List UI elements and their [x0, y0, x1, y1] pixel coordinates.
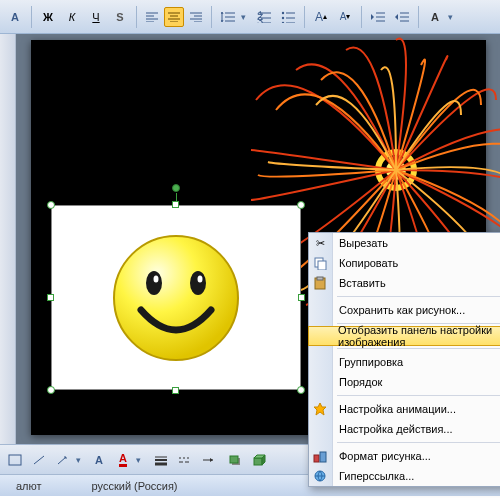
resize-handle-tl[interactable]	[47, 201, 55, 209]
status-language: русский (Россия)	[82, 480, 188, 492]
menu-label: Группировка	[339, 356, 403, 368]
svg-point-35	[114, 236, 238, 360]
animation-icon	[312, 401, 328, 417]
svg-rect-47	[9, 455, 21, 465]
menu-save-as-picture[interactable]: Сохранить как рисунок...	[309, 300, 500, 320]
menu-label: Отобразить панель настройки изображения	[338, 324, 500, 348]
menu-label: Настройка анимации...	[339, 403, 456, 415]
menu-animation-settings[interactable]: Настройка анимации...	[309, 399, 500, 419]
smiley-image	[106, 228, 246, 368]
shadow-style-button[interactable]	[224, 449, 246, 471]
menu-label: Настройка действия...	[339, 423, 453, 435]
dash-style-button[interactable]	[174, 449, 196, 471]
svg-point-36	[146, 271, 162, 295]
svg-rect-58	[254, 458, 262, 465]
line-button[interactable]	[28, 449, 50, 471]
menu-separator	[337, 296, 500, 297]
svg-point-34	[378, 152, 414, 188]
workspace: ✂ Вырезать Копировать Вставить Сохранить…	[0, 34, 500, 444]
resize-handle-br[interactable]	[297, 386, 305, 394]
svg-point-39	[197, 275, 202, 282]
svg-point-25	[282, 21, 284, 22]
line-spacing-button[interactable]	[217, 6, 239, 28]
svg-point-33	[386, 160, 406, 180]
svg-rect-44	[314, 455, 319, 462]
dropdown-icon[interactable]: ▾	[76, 455, 86, 465]
menu-action-settings[interactable]: Настройка действия...	[309, 419, 500, 439]
font-color-button[interactable]: A	[424, 6, 446, 28]
status-slide-title: алют	[6, 480, 52, 492]
svg-point-38	[153, 275, 158, 282]
dropdown-icon[interactable]: ▾	[241, 12, 251, 22]
separator	[211, 6, 212, 28]
decrease-indent-button[interactable]	[367, 6, 389, 28]
separator	[418, 6, 419, 28]
hyperlink-icon	[312, 468, 328, 484]
autoshapes-button[interactable]	[4, 449, 26, 471]
align-left-button[interactable]	[142, 7, 162, 27]
dropdown-icon[interactable]: ▾	[136, 455, 146, 465]
context-menu: ✂ Вырезать Копировать Вставить Сохранить…	[308, 232, 500, 487]
formatting-toolbar[interactable]: A Ж К Ч S ▾ 123 A▴ A▾ A ▾	[0, 0, 500, 34]
underline-button[interactable]: Ч	[85, 6, 107, 28]
selected-picture[interactable]	[51, 205, 301, 390]
menu-show-picture-toolbar[interactable]: Отобразить панель настройки изображения	[308, 326, 500, 346]
menu-paste[interactable]: Вставить	[309, 273, 500, 293]
resize-handle-l[interactable]	[47, 294, 54, 301]
resize-handle-r[interactable]	[298, 294, 305, 301]
menu-label: Копировать	[339, 257, 398, 269]
separator	[136, 6, 137, 28]
textbox-button[interactable]: A	[88, 449, 110, 471]
copy-icon	[312, 255, 328, 271]
line-style-button[interactable]	[150, 449, 172, 471]
menu-cut[interactable]: ✂ Вырезать	[309, 233, 500, 253]
3d-style-button[interactable]	[248, 449, 270, 471]
menu-label: Порядок	[339, 376, 382, 388]
menu-separator	[337, 348, 500, 349]
align-center-button[interactable]	[164, 7, 184, 27]
svg-point-21	[282, 11, 284, 13]
svg-point-23	[282, 16, 284, 18]
increase-font-button[interactable]: A▴	[310, 6, 332, 28]
svg-line-49	[58, 457, 66, 464]
separator	[304, 6, 305, 28]
align-right-button[interactable]	[186, 7, 206, 27]
resize-handle-tr[interactable]	[297, 201, 305, 209]
dropdown-icon[interactable]: ▾	[448, 12, 458, 22]
menu-separator	[337, 442, 500, 443]
italic-button[interactable]: К	[61, 6, 83, 28]
decrease-font-button[interactable]: A▾	[334, 6, 356, 28]
bullet-list-button[interactable]	[277, 6, 299, 28]
slide-panel-scrollbar[interactable]	[0, 34, 16, 444]
svg-line-48	[34, 456, 44, 464]
svg-rect-43	[317, 277, 323, 280]
svg-rect-57	[230, 456, 238, 463]
arrow-style-button[interactable]	[198, 449, 220, 471]
separator	[31, 6, 32, 28]
menu-label: Гиперссылка...	[339, 470, 414, 482]
menu-format-picture[interactable]: Формат рисунка...	[309, 446, 500, 466]
bold-button[interactable]: Ж	[37, 6, 59, 28]
increase-indent-button[interactable]	[391, 6, 413, 28]
menu-label: Вырезать	[339, 237, 388, 249]
resize-handle-t[interactable]	[172, 201, 179, 208]
resize-handle-bl[interactable]	[47, 386, 55, 394]
menu-order[interactable]: Порядок ▶	[309, 372, 500, 392]
resize-handle-b[interactable]	[172, 387, 179, 394]
menu-hyperlink[interactable]: Гиперссылка...	[309, 466, 500, 486]
menu-label: Формат рисунка...	[339, 450, 431, 462]
rotation-handle[interactable]	[172, 184, 180, 192]
shadow-button[interactable]: S	[109, 6, 131, 28]
cut-icon: ✂	[312, 235, 328, 251]
svg-rect-45	[320, 452, 326, 462]
svg-point-37	[190, 271, 206, 295]
numbered-list-button[interactable]: 123	[253, 6, 275, 28]
slide-canvas[interactable]: ✂ Вырезать Копировать Вставить Сохранить…	[16, 34, 500, 444]
font-color-button[interactable]: A	[112, 449, 134, 471]
menu-grouping[interactable]: Группировка ▶	[309, 352, 500, 372]
arrow-button[interactable]	[52, 449, 74, 471]
menu-copy[interactable]: Копировать	[309, 253, 500, 273]
font-dropdown[interactable]: A	[4, 6, 26, 28]
paste-icon	[312, 275, 328, 291]
format-picture-icon	[312, 448, 328, 464]
